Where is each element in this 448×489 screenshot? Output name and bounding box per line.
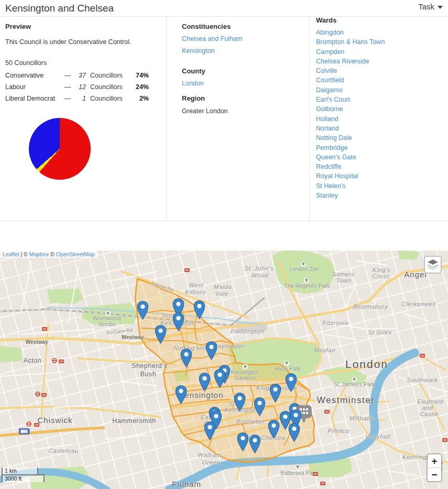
map-pin-marker[interactable] <box>249 434 261 455</box>
ward-link[interactable]: Notting Dale <box>316 133 447 143</box>
underground-icon <box>52 356 57 365</box>
map-pin-marker[interactable] <box>204 421 216 442</box>
ward-link[interactable]: Brompton & Hans Town <box>316 37 447 47</box>
region-heading: Region <box>182 94 308 102</box>
underground-icon <box>35 389 40 399</box>
councillor-table: Conservative—37Councillors74%Labour—12Co… <box>5 70 149 104</box>
ward-link[interactable]: Chelsea Riverside <box>316 57 447 66</box>
zoom-in-button[interactable]: + <box>428 454 441 468</box>
map-pin-marker[interactable] <box>205 341 217 362</box>
rail-station-icon <box>184 265 190 275</box>
map-pin-marker[interactable] <box>199 373 211 394</box>
ward-link[interactable]: Queen's Gate <box>316 153 447 162</box>
task-dropdown[interactable]: Task <box>418 2 443 11</box>
layers-icon <box>427 259 439 270</box>
rail-station-icon <box>59 356 64 366</box>
ward-link[interactable]: Earl's Court <box>316 95 447 104</box>
map-pin-marker[interactable] <box>288 423 300 444</box>
rail-station-icon <box>442 435 447 444</box>
map-pin-marker[interactable] <box>193 300 205 321</box>
councillor-row: Liberal Democrat—1Councillors2% <box>5 93 149 104</box>
divider-bottom <box>0 221 448 221</box>
park-tree-icon <box>303 276 310 286</box>
rail-station-icon <box>42 324 47 333</box>
zoom-control: + − <box>427 453 442 482</box>
map-pin-marker[interactable] <box>137 301 149 322</box>
divider-col2 <box>309 17 310 221</box>
ward-link[interactable]: Dalgarno <box>316 85 447 95</box>
mapbox-link[interactable]: Mapbox <box>29 251 49 257</box>
scale-control: 1 km 3000 ft <box>2 468 45 482</box>
map-pin-marker[interactable] <box>268 420 280 441</box>
constituency-link[interactable]: Kensington <box>182 47 308 55</box>
ward-link[interactable]: Colville <box>316 66 447 75</box>
rail-station-icon <box>34 420 39 429</box>
constituency-link[interactable]: Chelsea and Fulham <box>182 35 308 42</box>
map-pin-marker[interactable] <box>172 312 184 333</box>
map-pin-marker[interactable] <box>237 432 249 453</box>
councillor-party: Conservative <box>5 72 62 79</box>
ward-link[interactable]: St Helen's <box>316 181 447 191</box>
leaflet-map[interactable]: LondonWestminsterAngelKensingtonChiswick… <box>0 251 448 489</box>
map-pin-marker[interactable] <box>254 397 266 418</box>
ward-link[interactable]: Pembridge <box>316 143 447 153</box>
ward-link[interactable]: Redcliffe <box>316 162 447 171</box>
copyright-symbol: © <box>24 251 28 257</box>
councillor-unit: Councillors <box>88 72 127 79</box>
ward-link[interactable]: Norland <box>316 124 447 133</box>
region-value: Greater London <box>182 107 308 115</box>
wards-list: AbingdonBrompton & Hans TownCampdenChels… <box>316 28 447 200</box>
ward-link[interactable]: Stanley <box>316 191 447 200</box>
ward-link[interactable]: Holland <box>316 114 447 124</box>
copyright-symbol: © <box>50 251 54 257</box>
details-section: Constituencies Chelsea and FulhamKensing… <box>182 16 308 115</box>
constituency-links: Chelsea and FulhamKensington <box>182 35 308 55</box>
councillor-pct: 24% <box>127 83 149 91</box>
councillor-dash: — <box>62 72 73 79</box>
county-link[interactable]: London <box>182 80 308 87</box>
osm-link[interactable]: OpenStreetMap <box>56 251 95 257</box>
councillor-dash: — <box>62 83 73 91</box>
divider-col1 <box>166 17 167 221</box>
preview-heading: Preview <box>5 23 162 30</box>
councillor-unit: Councillors <box>88 95 127 102</box>
park-tree-icon <box>351 375 357 385</box>
ward-link[interactable]: Campden <box>316 47 447 57</box>
ward-link[interactable]: Royal Hospital <box>316 171 447 181</box>
wards-heading: Wards <box>316 16 447 24</box>
control-text: This Council is under Conservative Contr… <box>5 38 162 46</box>
map-pin-marker[interactable] <box>180 349 192 370</box>
ward-link[interactable]: Abingdon <box>316 28 447 37</box>
rail-station-icon <box>41 390 47 399</box>
council-page: Kensington and Chelsea Task Preview This… <box>0 0 448 489</box>
councillor-unit: Councillors <box>88 83 127 91</box>
county-heading: County <box>182 67 308 75</box>
park-tree-icon <box>283 359 290 368</box>
layers-control[interactable] <box>424 256 442 274</box>
map-pin-marker[interactable] <box>269 384 281 405</box>
map-pin-marker[interactable] <box>155 325 167 346</box>
councillor-count: 1 <box>73 95 88 102</box>
rail-station-icon <box>420 351 425 360</box>
zoom-out-button[interactable]: − <box>428 468 441 481</box>
councillor-count: 12 <box>73 83 88 91</box>
map-pin-marker[interactable] <box>234 393 246 414</box>
ward-link[interactable]: Golborne <box>316 104 447 114</box>
park-tree-icon <box>105 309 111 319</box>
map-pin-marker[interactable] <box>175 385 187 406</box>
councillor-count: 37 <box>73 72 88 79</box>
park-tree-icon <box>294 463 301 472</box>
map-pin-marker[interactable] <box>285 373 297 394</box>
leaflet-link[interactable]: Leaflet <box>3 251 19 257</box>
caret-down-icon <box>438 6 443 9</box>
underground-icon <box>26 419 31 429</box>
councillor-row: Conservative—37Councillors74% <box>5 70 149 81</box>
rail-station-icon <box>313 469 318 479</box>
party-pie-chart <box>29 118 91 180</box>
map-pin-marker[interactable] <box>214 369 226 390</box>
constituencies-heading: Constituencies <box>182 23 308 30</box>
councillor-pct: 74% <box>127 72 149 79</box>
page-title: Kensington and Chelsea <box>5 3 114 14</box>
preview-section: Preview This Council is under Conservati… <box>5 16 162 104</box>
ward-link[interactable]: Courtfield <box>316 75 447 85</box>
